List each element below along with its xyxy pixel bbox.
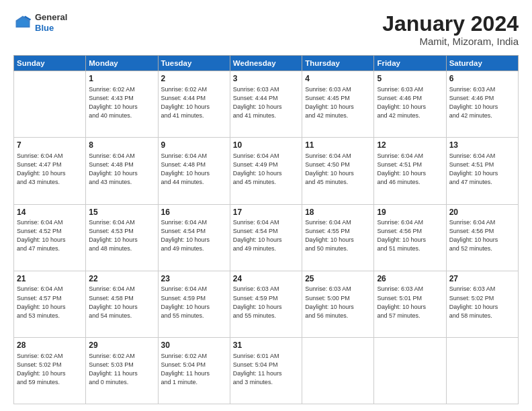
cell-day-number: 18 bbox=[305, 207, 371, 218]
calendar-cell bbox=[14, 71, 86, 138]
cell-info: Sunrise: 6:04 AM Sunset: 4:51 PM Dayligh… bbox=[377, 152, 443, 187]
cell-day-number: 27 bbox=[449, 273, 515, 285]
calendar-body: 1Sunrise: 6:02 AM Sunset: 4:43 PM Daylig… bbox=[14, 71, 519, 404]
cell-day-number: 16 bbox=[161, 207, 227, 218]
cell-info: Sunrise: 6:02 AM Sunset: 5:02 PM Dayligh… bbox=[17, 352, 83, 387]
cell-day-number: 6 bbox=[449, 73, 515, 85]
cell-info: Sunrise: 6:02 AM Sunset: 5:03 PM Dayligh… bbox=[89, 352, 154, 387]
cell-info: Sunrise: 6:01 AM Sunset: 5:04 PM Dayligh… bbox=[233, 352, 299, 387]
calendar-cell: 27Sunrise: 6:03 AM Sunset: 5:02 PM Dayli… bbox=[446, 271, 518, 337]
calendar-cell: 2Sunrise: 6:02 AM Sunset: 4:44 PM Daylig… bbox=[158, 71, 230, 138]
calendar-cell: 7Sunrise: 6:04 AM Sunset: 4:47 PM Daylig… bbox=[14, 138, 86, 204]
cell-info: Sunrise: 6:03 AM Sunset: 4:59 PM Dayligh… bbox=[233, 285, 299, 320]
weekday-header-friday: Friday bbox=[374, 56, 446, 71]
cell-day-number: 20 bbox=[449, 207, 515, 218]
logo-blue: Blue bbox=[35, 23, 67, 34]
calendar-cell: 29Sunrise: 6:02 AM Sunset: 5:03 PM Dayli… bbox=[86, 337, 158, 404]
weekday-header-monday: Monday bbox=[86, 56, 158, 71]
cell-info: Sunrise: 6:03 AM Sunset: 4:44 PM Dayligh… bbox=[233, 85, 299, 120]
cell-day-number: 7 bbox=[17, 140, 83, 151]
calendar-row-1: 7Sunrise: 6:04 AM Sunset: 4:47 PM Daylig… bbox=[14, 138, 519, 204]
cell-day-number: 17 bbox=[233, 207, 299, 218]
calendar-cell: 17Sunrise: 6:04 AM Sunset: 4:54 PM Dayli… bbox=[230, 204, 302, 271]
cell-day-number: 13 bbox=[449, 140, 515, 151]
cell-info: Sunrise: 6:04 AM Sunset: 4:51 PM Dayligh… bbox=[449, 152, 515, 187]
calendar-cell: 26Sunrise: 6:03 AM Sunset: 5:01 PM Dayli… bbox=[374, 271, 446, 337]
logo-icon bbox=[13, 13, 32, 32]
cell-day-number: 14 bbox=[17, 207, 83, 218]
cell-day-number: 3 bbox=[233, 73, 299, 85]
calendar-cell bbox=[374, 337, 446, 404]
logo-general: General bbox=[35, 12, 67, 23]
cell-info: Sunrise: 6:03 AM Sunset: 5:00 PM Dayligh… bbox=[305, 285, 371, 320]
page: General Blue January 2024 Mamit, Mizoram… bbox=[0, 0, 532, 411]
cell-day-number: 11 bbox=[305, 140, 371, 151]
cell-info: Sunrise: 6:03 AM Sunset: 4:46 PM Dayligh… bbox=[377, 85, 443, 120]
calendar-header: SundayMondayTuesdayWednesdayThursdayFrid… bbox=[14, 56, 519, 71]
cell-day-number: 26 bbox=[377, 273, 443, 285]
calendar-cell: 19Sunrise: 6:04 AM Sunset: 4:56 PM Dayli… bbox=[374, 204, 446, 271]
cell-info: Sunrise: 6:04 AM Sunset: 4:48 PM Dayligh… bbox=[89, 152, 154, 187]
calendar-row-0: 1Sunrise: 6:02 AM Sunset: 4:43 PM Daylig… bbox=[14, 71, 519, 138]
cell-info: Sunrise: 6:04 AM Sunset: 4:58 PM Dayligh… bbox=[89, 285, 154, 320]
page-title: January 2024 bbox=[382, 12, 519, 36]
cell-day-number: 4 bbox=[305, 73, 371, 85]
cell-info: Sunrise: 6:03 AM Sunset: 4:45 PM Dayligh… bbox=[305, 85, 371, 120]
calendar-cell: 13Sunrise: 6:04 AM Sunset: 4:51 PM Dayli… bbox=[446, 138, 518, 204]
cell-day-number: 12 bbox=[377, 140, 443, 151]
calendar-cell: 25Sunrise: 6:03 AM Sunset: 5:00 PM Dayli… bbox=[302, 271, 374, 337]
cell-info: Sunrise: 6:04 AM Sunset: 4:54 PM Dayligh… bbox=[161, 218, 227, 253]
calendar-cell bbox=[446, 337, 518, 404]
page-subtitle: Mamit, Mizoram, India bbox=[382, 36, 519, 47]
cell-info: Sunrise: 6:02 AM Sunset: 4:44 PM Dayligh… bbox=[161, 85, 227, 120]
cell-info: Sunrise: 6:02 AM Sunset: 4:43 PM Dayligh… bbox=[89, 85, 154, 120]
calendar-cell: 20Sunrise: 6:04 AM Sunset: 4:56 PM Dayli… bbox=[446, 204, 518, 271]
cell-day-number: 8 bbox=[89, 140, 154, 151]
calendar-cell: 28Sunrise: 6:02 AM Sunset: 5:02 PM Dayli… bbox=[14, 337, 86, 404]
calendar-row-3: 21Sunrise: 6:04 AM Sunset: 4:57 PM Dayli… bbox=[14, 271, 519, 337]
cell-info: Sunrise: 6:03 AM Sunset: 5:01 PM Dayligh… bbox=[377, 285, 443, 320]
cell-info: Sunrise: 6:04 AM Sunset: 4:56 PM Dayligh… bbox=[377, 218, 443, 253]
cell-day-number: 22 bbox=[89, 273, 154, 285]
calendar-cell: 31Sunrise: 6:01 AM Sunset: 5:04 PM Dayli… bbox=[230, 337, 302, 404]
calendar-cell: 14Sunrise: 6:04 AM Sunset: 4:52 PM Dayli… bbox=[14, 204, 86, 271]
cell-day-number: 1 bbox=[89, 73, 154, 85]
calendar-cell: 5Sunrise: 6:03 AM Sunset: 4:46 PM Daylig… bbox=[374, 71, 446, 138]
weekday-header-thursday: Thursday bbox=[302, 56, 374, 71]
weekday-header-wednesday: Wednesday bbox=[230, 56, 302, 71]
calendar-cell: 24Sunrise: 6:03 AM Sunset: 4:59 PM Dayli… bbox=[230, 271, 302, 337]
calendar-cell: 12Sunrise: 6:04 AM Sunset: 4:51 PM Dayli… bbox=[374, 138, 446, 204]
calendar-cell bbox=[302, 337, 374, 404]
cell-day-number: 10 bbox=[233, 140, 299, 151]
cell-info: Sunrise: 6:04 AM Sunset: 4:53 PM Dayligh… bbox=[89, 218, 154, 253]
cell-info: Sunrise: 6:04 AM Sunset: 4:47 PM Dayligh… bbox=[17, 152, 83, 187]
calendar-cell: 23Sunrise: 6:04 AM Sunset: 4:59 PM Dayli… bbox=[158, 271, 230, 337]
calendar-cell: 21Sunrise: 6:04 AM Sunset: 4:57 PM Dayli… bbox=[14, 271, 86, 337]
calendar-cell: 16Sunrise: 6:04 AM Sunset: 4:54 PM Dayli… bbox=[158, 204, 230, 271]
cell-info: Sunrise: 6:04 AM Sunset: 4:55 PM Dayligh… bbox=[305, 218, 371, 253]
calendar-table: SundayMondayTuesdayWednesdayThursdayFrid… bbox=[13, 55, 519, 404]
cell-info: Sunrise: 6:04 AM Sunset: 4:49 PM Dayligh… bbox=[233, 152, 299, 187]
cell-day-number: 19 bbox=[377, 207, 443, 218]
cell-info: Sunrise: 6:03 AM Sunset: 4:46 PM Dayligh… bbox=[449, 85, 515, 120]
calendar-cell: 8Sunrise: 6:04 AM Sunset: 4:48 PM Daylig… bbox=[86, 138, 158, 204]
weekday-header-sunday: Sunday bbox=[14, 56, 86, 71]
calendar-cell: 3Sunrise: 6:03 AM Sunset: 4:44 PM Daylig… bbox=[230, 71, 302, 138]
cell-day-number: 23 bbox=[161, 273, 227, 285]
cell-day-number: 25 bbox=[305, 273, 371, 285]
logo: General Blue bbox=[13, 12, 67, 33]
weekday-header-saturday: Saturday bbox=[446, 56, 518, 71]
calendar-cell: 18Sunrise: 6:04 AM Sunset: 4:55 PM Dayli… bbox=[302, 204, 374, 271]
cell-day-number: 15 bbox=[89, 207, 154, 218]
cell-info: Sunrise: 6:04 AM Sunset: 4:59 PM Dayligh… bbox=[161, 285, 227, 320]
cell-info: Sunrise: 6:04 AM Sunset: 4:56 PM Dayligh… bbox=[449, 218, 515, 253]
cell-day-number: 2 bbox=[161, 73, 227, 85]
cell-day-number: 28 bbox=[17, 340, 83, 351]
cell-day-number: 29 bbox=[89, 340, 154, 351]
calendar-cell: 4Sunrise: 6:03 AM Sunset: 4:45 PM Daylig… bbox=[302, 71, 374, 138]
cell-info: Sunrise: 6:04 AM Sunset: 4:48 PM Dayligh… bbox=[161, 152, 227, 187]
cell-info: Sunrise: 6:03 AM Sunset: 5:02 PM Dayligh… bbox=[449, 285, 515, 320]
cell-day-number: 30 bbox=[161, 340, 227, 351]
cell-info: Sunrise: 6:02 AM Sunset: 5:04 PM Dayligh… bbox=[161, 352, 227, 387]
header: General Blue January 2024 Mamit, Mizoram… bbox=[13, 12, 519, 47]
